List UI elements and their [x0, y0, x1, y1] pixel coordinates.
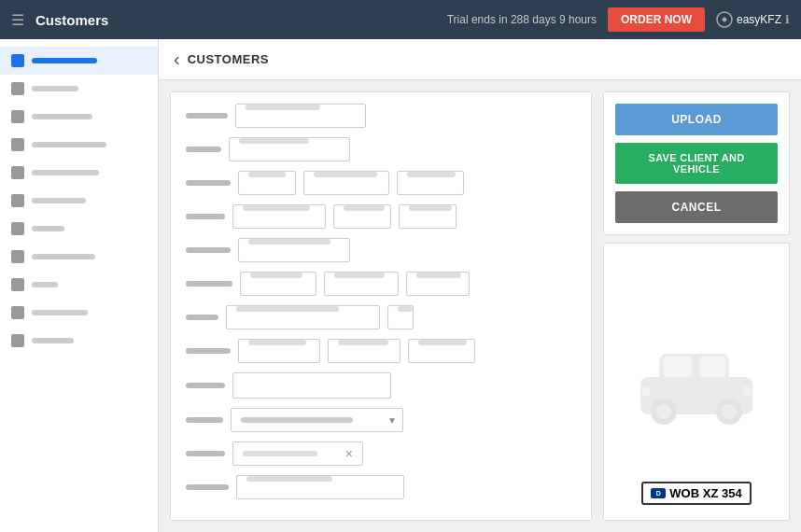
- order-now-button[interactable]: ORDER NOW: [608, 7, 705, 32]
- field-input-8a[interactable]: [238, 339, 320, 363]
- form-row-12: [186, 475, 576, 499]
- sidebar-item-9[interactable]: [0, 299, 158, 327]
- form-row-4: [186, 204, 576, 229]
- form-row-10: ▼: [186, 408, 576, 432]
- svg-point-6: [656, 404, 671, 419]
- field-input-8b[interactable]: [328, 339, 400, 363]
- sidebar-item-label: [32, 170, 99, 175]
- sidebar-item-10[interactable]: [0, 327, 158, 355]
- sidebar-icon: [11, 334, 24, 347]
- sidebar-item-label: [32, 226, 64, 231]
- form-panel: ▼ ×: [170, 91, 592, 521]
- field-input-5[interactable]: [238, 238, 350, 262]
- menu-icon[interactable]: ☰: [11, 11, 24, 29]
- field-label: [186, 383, 225, 388]
- field-input-9[interactable]: [232, 372, 391, 399]
- field-select-10[interactable]: ▼: [231, 408, 403, 432]
- sidebar-item-label: [32, 86, 78, 91]
- sidebar-item-3[interactable]: [0, 131, 158, 159]
- field-input-6a[interactable]: [240, 272, 316, 296]
- form-row-9: [186, 372, 576, 399]
- app-body: ‹ CUSTOMERS: [0, 39, 801, 532]
- field-label: [186, 247, 231, 253]
- field-label: [186, 180, 231, 186]
- sidebar-item-7[interactable]: [0, 243, 158, 271]
- form-row-1: [186, 104, 576, 128]
- field-input-3a[interactable]: [238, 171, 296, 195]
- sidebar-item-4[interactable]: [0, 159, 158, 187]
- content-area: ▼ ×: [159, 80, 801, 532]
- svg-rect-4: [699, 357, 725, 377]
- sidebar-item-label: [32, 142, 106, 147]
- form-row-6: [186, 272, 576, 296]
- info-icon: ℹ: [785, 13, 790, 26]
- sidebar-icon: [11, 110, 24, 123]
- sidebar-item-label: [32, 198, 86, 203]
- sidebar: [0, 39, 159, 532]
- field-input-4b[interactable]: [333, 204, 391, 229]
- form-row-2: [186, 137, 576, 161]
- field-input-3c[interactable]: [397, 171, 464, 195]
- field-label: [186, 214, 225, 219]
- back-button[interactable]: ‹: [174, 49, 180, 70]
- field-label: [186, 451, 225, 456]
- save-client-vehicle-button[interactable]: SAVE CLIENT AND VEHICLE: [615, 143, 778, 184]
- field-input-8c[interactable]: [408, 339, 475, 363]
- sidebar-icon: [11, 166, 24, 179]
- car-illustration: [626, 326, 766, 438]
- svg-rect-9: [743, 386, 751, 396]
- form-row-7: [186, 305, 576, 329]
- cancel-button[interactable]: CANCEL: [615, 191, 778, 223]
- field-input-3b[interactable]: [303, 171, 389, 195]
- svg-point-8: [722, 404, 737, 419]
- sidebar-item-label: [32, 58, 97, 63]
- field-input-7b[interactable]: [387, 305, 414, 329]
- clear-button[interactable]: ×: [342, 446, 357, 461]
- field-label: [186, 348, 231, 354]
- sidebar-item-label: [32, 254, 95, 259]
- field-input-2[interactable]: [229, 137, 350, 161]
- easykfz-logo: easyKFZ ℹ: [716, 11, 790, 28]
- sidebar-item-6[interactable]: [0, 215, 158, 243]
- right-panel: UPLOAD SAVE CLIENT AND VEHICLE CANCEL: [603, 91, 790, 521]
- form-row-3: [186, 171, 576, 195]
- car-image-panel: D WOB XZ 354: [603, 243, 790, 521]
- main-content: ‹ CUSTOMERS: [159, 39, 801, 532]
- sidebar-item-customers[interactable]: [0, 47, 158, 75]
- sidebar-icon: [11, 194, 24, 207]
- app-title: Customers: [35, 12, 108, 28]
- field-input-7a[interactable]: [226, 305, 380, 329]
- field-label: [186, 113, 228, 119]
- field-label: [186, 417, 223, 423]
- sidebar-item-1[interactable]: [0, 75, 158, 103]
- field-input-4a[interactable]: [232, 204, 326, 229]
- field-label: [186, 281, 232, 287]
- field-input-4c[interactable]: [399, 204, 457, 229]
- sidebar-item-8[interactable]: [0, 271, 158, 299]
- breadcrumb-bar: ‹ CUSTOMERS: [159, 39, 801, 80]
- form-row-5: [186, 238, 576, 262]
- sidebar-item-label: [32, 282, 58, 287]
- sidebar-item-2[interactable]: [0, 103, 158, 131]
- sidebar-icon: [11, 138, 24, 151]
- sidebar-icon: [11, 306, 24, 319]
- app-header: ☰ Customers Trial ends in 288 days 9 hou…: [0, 0, 801, 39]
- field-label: [186, 315, 218, 320]
- field-input-12[interactable]: [236, 475, 404, 499]
- field-input-1[interactable]: [235, 104, 366, 128]
- breadcrumb-label: CUSTOMERS: [188, 52, 269, 66]
- sidebar-icon: [11, 82, 24, 95]
- svg-rect-3: [664, 357, 692, 377]
- action-panel: UPLOAD SAVE CLIENT AND VEHICLE CANCEL: [603, 91, 790, 235]
- sidebar-active-indicator: [11, 54, 24, 67]
- sidebar-item-label: [32, 310, 88, 315]
- field-input-6b[interactable]: [324, 272, 399, 296]
- sidebar-item-5[interactable]: [0, 187, 158, 215]
- sidebar-icon: [11, 250, 24, 263]
- trial-notice: Trial ends in 288 days 9 hours: [447, 13, 597, 26]
- upload-button[interactable]: UPLOAD: [615, 104, 778, 135]
- form-row-11: ×: [186, 441, 576, 466]
- field-input-6c[interactable]: [406, 272, 470, 296]
- field-input-11[interactable]: ×: [232, 441, 363, 466]
- dropdown-arrow-icon: ▼: [387, 415, 397, 426]
